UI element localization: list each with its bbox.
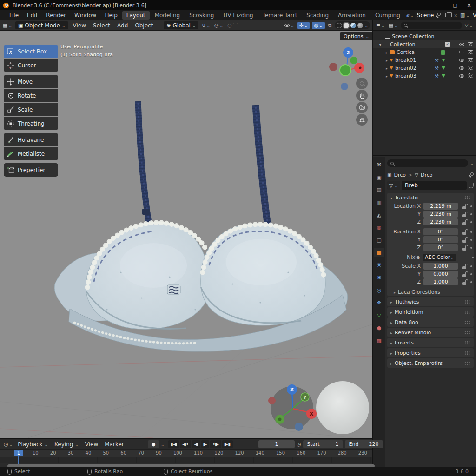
orientation-dropdown[interactable]: ⊕ Global [164, 21, 198, 29]
id-type-button[interactable]: ▽ [387, 181, 400, 190]
grip-icon[interactable] [464, 300, 470, 304]
menu-add[interactable]: Add [115, 22, 130, 29]
scale-z-field[interactable]: 1.000 [423, 278, 458, 285]
animate-dot-icon[interactable] [470, 239, 472, 241]
camera-render-icon[interactable] [468, 42, 473, 46]
delta-transform-subpanel[interactable]: Laca Giorestions [387, 289, 474, 296]
outliner-item-brean02[interactable]: brean02 ⚒ [373, 64, 476, 72]
grip-icon[interactable] [464, 351, 470, 355]
tool-select-box[interactable]: Select Box [4, 45, 58, 58]
solid-shading-icon[interactable] [344, 23, 349, 28]
snap-toggle[interactable]: ∪ [201, 22, 211, 29]
properties-tab-scene[interactable]: ◭ [374, 210, 384, 219]
chevron-down-icon[interactable] [470, 160, 474, 166]
frame-start-field[interactable]: Start1 [303, 440, 343, 448]
proportional-falloff-icon[interactable]: ○⌒ [226, 23, 239, 28]
rotation-x-field[interactable]: 0° [423, 228, 458, 235]
rendered-shading-icon[interactable] [357, 23, 363, 28]
panel-collections[interactable]: Moirieitiom [387, 307, 474, 317]
animate-dot-icon[interactable] [470, 273, 472, 275]
viewport-3d[interactable]: Z Y X User Perognafite (1) Solid Shadog … [0, 31, 372, 438]
filter-dropdown[interactable]: ▽ [464, 22, 474, 29]
animate-dot-icon[interactable] [470, 213, 472, 215]
lock-icon[interactable] [462, 274, 466, 277]
zoom-button[interactable] [356, 78, 368, 89]
outliner-item-brean03[interactable]: brean03 ⚒ [373, 72, 476, 80]
outliner-display-mode[interactable]: ≡ [375, 22, 386, 29]
play-button[interactable]: ▶ [201, 440, 210, 448]
object-name-field[interactable]: Breb [402, 181, 467, 190]
camera-render-icon[interactable] [468, 74, 473, 78]
animate-dot-icon[interactable] [472, 257, 474, 258]
menu-help[interactable]: Heip [100, 11, 121, 20]
timeline-keyframe-area[interactable] [0, 457, 372, 463]
camera-render-icon[interactable] [468, 50, 473, 54]
jump-to-end-button[interactable]: ▶▮ [222, 440, 233, 448]
modifier-wrench-icon[interactable]: ⚒ [435, 66, 439, 71]
menu-render[interactable]: Render [42, 11, 70, 20]
lock-icon[interactable] [462, 282, 466, 285]
properties-tab-modifiers[interactable]: ⚒ [374, 260, 384, 270]
grip-icon[interactable] [464, 341, 470, 345]
grip-icon[interactable] [464, 331, 470, 335]
eye-closed-icon[interactable] [459, 51, 464, 53]
chevron-right-icon[interactable] [386, 57, 388, 63]
menu-view-timeline[interactable]: View [83, 441, 100, 448]
tab-compositing[interactable]: Cumping [370, 11, 405, 20]
camera-view-button[interactable] [356, 102, 368, 113]
tool-move[interactable]: Move [4, 75, 58, 88]
location-x-field[interactable]: 2.219 m [423, 203, 458, 210]
lock-icon[interactable] [462, 214, 466, 217]
grip-icon[interactable] [464, 361, 470, 365]
properties-tab-constraints[interactable]: ❖ [374, 298, 384, 307]
properties-search-input[interactable] [387, 159, 468, 167]
properties-tab-view-layer[interactable]: ▥ [374, 198, 384, 207]
chevron-right-icon[interactable] [386, 49, 388, 55]
record-button[interactable]: ● [148, 440, 159, 448]
tab-shading[interactable]: Scading [302, 11, 333, 20]
tool-add-primitive[interactable]: Prepertier [4, 163, 58, 177]
animate-dot-icon[interactable] [470, 247, 472, 249]
chevron-down-icon[interactable] [161, 441, 165, 448]
proportional-edit-toggle[interactable]: ◎ [213, 22, 224, 29]
chevron-right-icon[interactable] [386, 65, 388, 71]
properties-tab-texture[interactable]: ▩ [374, 336, 384, 345]
clock-icon[interactable]: ◷ [297, 442, 301, 447]
pan-button[interactable] [356, 90, 368, 101]
xray-toggle[interactable]: ⧉ [327, 23, 333, 28]
menu-window[interactable]: Window [70, 11, 100, 20]
next-keyframe-button[interactable]: •▶ [210, 440, 221, 448]
mesh-data-icon[interactable] [442, 59, 445, 62]
tab-uv-editing[interactable]: UV Eizding [218, 11, 258, 20]
pin-icon[interactable] [436, 13, 441, 18]
current-frame-field[interactable]: 1 [258, 440, 295, 448]
perspective-toggle-button[interactable] [356, 114, 368, 126]
scale-x-field[interactable]: 1.000 [423, 263, 458, 270]
timeline-ruler[interactable]: 1020 3040 5060 7090 100110 120120 140150… [0, 450, 372, 457]
visibility-dropdown[interactable] [284, 22, 295, 29]
unlink-scene-icon[interactable] [454, 12, 457, 19]
eye-icon[interactable] [459, 74, 464, 78]
properties-tab-object[interactable]: ■ [374, 248, 384, 257]
fake-user-shield-icon[interactable] [469, 183, 474, 188]
animate-dot-icon[interactable] [470, 205, 472, 207]
playhead-marker[interactable]: 1 [14, 450, 23, 456]
grip-icon[interactable] [464, 320, 470, 324]
properties-tab-collection[interactable]: ▢ [374, 235, 384, 245]
tool-annotate[interactable]: Holavane [4, 133, 58, 146]
panel-relations[interactable]: Tluthwies [387, 297, 474, 306]
tab-texture-paint[interactable]: Temare Tarrt [258, 11, 302, 20]
timeline-editor-type-icon[interactable]: ◷ [3, 441, 13, 448]
menu-keying[interactable]: Keying [52, 441, 81, 448]
tab-layout[interactable]: Layout [122, 11, 150, 20]
properties-tab-render[interactable]: ▣ [374, 172, 384, 182]
material-shading-icon[interactable] [350, 23, 356, 28]
overlays-toggle[interactable]: ◍ [312, 22, 324, 29]
properties-tab-particles[interactable]: ✱ [374, 273, 384, 282]
location-y-field[interactable]: 2.230 m [423, 211, 458, 218]
tab-sculpting[interactable]: Scosking [185, 11, 218, 20]
close-icon[interactable] [462, 0, 476, 10]
properties-tab-material[interactable]: ● [374, 323, 384, 332]
mode-dropdown[interactable]: ▣ Object Mode [15, 21, 68, 29]
menu-object[interactable]: Object [132, 22, 155, 29]
